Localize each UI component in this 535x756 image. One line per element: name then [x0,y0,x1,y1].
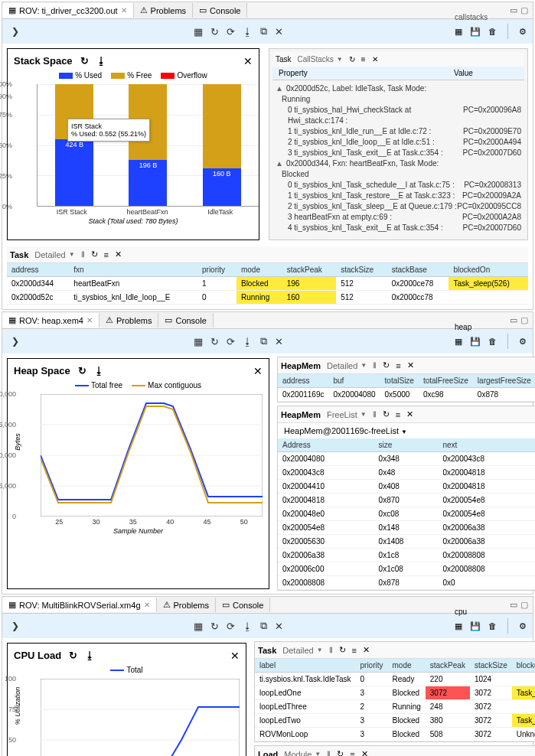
close-icon[interactable]: ✕ [86,316,93,324]
col-header[interactable]: stackSize [470,659,512,673]
table-row[interactable]: 0x2000d344heartBeatFxn1Blocked1965120x20… [7,277,528,291]
dashboard-icon[interactable]: ▦ [194,336,203,347]
menu-icon[interactable]: ≡ [396,361,400,370]
refresh-icon[interactable]: ↻ [349,55,355,64]
tree-row[interactable]: 2 ti_sysbios_knl_Task_sleep__E at Queue.… [276,201,521,212]
col-header[interactable]: mode [237,263,282,277]
table-row[interactable]: 0x200056300x14080x20006a38In Use [278,535,535,549]
dropdown[interactable]: CallStacks ▼ [298,55,343,64]
tree-row[interactable]: ▲0x2000d52c, Label: IdleTask, Task Mode: [276,83,521,94]
columns-icon[interactable]: ⦀ [373,409,377,419]
tree-row[interactable]: 1 ti_sysbios_knl_Task_restore__E at Task… [276,191,521,201]
refresh-icon[interactable]: ↻ [210,336,219,347]
close-icon[interactable]: ✕ [115,249,122,259]
save-icon[interactable]: 💾 [470,621,481,631]
grid-icon[interactable]: ▦ [455,27,462,37]
trash-icon[interactable]: 🗑 [488,27,497,36]
col-header[interactable]: next [438,438,534,452]
download-icon[interactable]: ⭳ [94,365,104,376]
columns-icon[interactable]: ⦀ [81,249,85,259]
table-row[interactable]: 0x20006a380x1c80x20008808Free [278,549,535,562]
col-header[interactable]: totalFreeSize [419,374,473,388]
close-icon[interactable]: ✕ [363,645,370,655]
col-header[interactable]: blockedOn [512,659,535,673]
minimize-icon[interactable]: ▭ [510,315,517,325]
chevron-down-icon[interactable]: ▼ [401,429,407,435]
tab-1b[interactable]: ⚠ Problems [134,3,193,18]
col-header[interactable]: stackSize [336,263,387,277]
tab-2a[interactable]: ▦ ROV: heap.xem4 ✕ [2,313,99,327]
download-icon[interactable]: ⭳ [85,650,95,661]
close-icon[interactable]: ✕ [407,360,414,370]
copy-icon[interactable]: ⧉ [260,620,267,632]
col-header[interactable]: totalSize [380,374,419,388]
gear-icon[interactable]: ⚙ [519,27,527,37]
tab-3c[interactable]: ▭ Console [216,598,270,612]
tree-row[interactable]: Running [276,94,521,105]
col-header[interactable]: buf [329,374,380,388]
refresh-icon[interactable]: ↻ [210,621,219,632]
download-icon[interactable]: ⭳ [243,26,253,37]
chevron-icon[interactable]: ❯ [8,621,22,631]
dropdown[interactable]: Detailed ▼ [34,250,74,259]
refresh-icon[interactable]: ↻ [210,26,219,37]
refresh-icon[interactable]: ↻ [383,360,390,370]
menu-icon[interactable]: ≡ [352,646,357,655]
dropdown[interactable]: Detailed ▼ [327,361,367,370]
minimize-icon[interactable]: ▭ [510,5,517,15]
col-header[interactable]: fxn [69,263,197,277]
grid-icon[interactable]: ▦ [455,621,462,631]
menu-icon[interactable]: ≡ [361,55,366,64]
close-icon[interactable]: ✕ [372,55,378,64]
bar-group[interactable]: 424 B [47,84,101,206]
grid-icon[interactable]: ▦ [455,337,462,347]
col-header[interactable]: mode [388,659,426,673]
minimize-icon[interactable]: ▭ [510,600,517,610]
tab-2b[interactable]: ⚠ Problems [99,313,158,327]
maximize-icon[interactable]: ▢ [520,315,528,325]
maximize-icon[interactable]: ▢ [520,600,528,610]
dashboard-icon[interactable]: ▦ [194,26,203,37]
refresh-icon[interactable]: ↻ [91,249,98,259]
tree-row[interactable]: 4 ti_sysbios_knl_Task_exit__E at Task.c:… [276,223,521,233]
close-icon[interactable]: ✕ [230,650,240,662]
col-header[interactable]: priority [197,263,237,277]
close-icon[interactable]: ✕ [144,601,150,609]
table-row[interactable]: 0x200040800x3480x200043c8In Use [278,452,535,466]
refresh-icon[interactable]: ↻ [78,365,86,376]
col-header[interactable]: address [278,374,329,388]
dashboard-icon[interactable]: ▦ [194,621,203,632]
col-header[interactable]: label [255,659,356,673]
table-row[interactable]: loopLedOne3Blocked30723072Task_sleep(429… [255,686,535,700]
table-row[interactable]: 0x2001169c0x200040800x50000xc980x8788 [278,388,535,402]
col-header[interactable]: blockedOn [449,263,528,277]
gear-icon[interactable]: ⚙ [519,337,527,347]
table-row[interactable]: 0x20006c000x1c080x20008808In Use [278,562,535,576]
col-header[interactable]: stackBase [387,263,449,277]
table-row[interactable]: loopLedTwo3Blocked3803072Task_sleep(494) [255,714,535,728]
close-icon[interactable]: ✕ [253,365,263,377]
tree-row[interactable]: ▲0x2000d344, Fxn: heartBeatFxn, Task Mod… [276,158,521,169]
dropdown[interactable]: Module ▼ [284,750,321,757]
col-header[interactable]: priority [356,659,388,673]
chevron-icon[interactable]: ❯ [8,336,22,347]
table-row[interactable]: ROVMonLoop3Blocked5083072Unknown [255,728,535,741]
gear-icon[interactable]: ⚙ [519,621,527,631]
refresh-icon[interactable]: ↻ [339,645,346,655]
col-header[interactable]: size [374,438,439,452]
copy-icon[interactable]: ⧉ [260,25,267,37]
tree-row[interactable]: Blocked [276,169,521,180]
col-header[interactable]: address [7,263,69,277]
sync-icon[interactable]: ⟳ [227,26,235,37]
bar-group[interactable]: 160 B [195,84,249,206]
save-icon[interactable]: 💾 [470,27,481,37]
download-icon[interactable]: ⭳ [96,55,106,67]
table-row[interactable]: loopLedThree2Running2483072 [255,700,535,714]
col-header[interactable]: stackPeak [282,263,337,277]
table-row[interactable]: 0x200043c80x480x20004818Free [278,466,535,480]
close-icon[interactable]: ✕ [406,409,413,419]
chevron-icon[interactable]: ❯ [8,26,22,37]
tree-row[interactable]: 0 ti_sysbios_hal_Hwi_checkStack at Hwi_s… [276,105,521,126]
sync-icon[interactable]: ⟳ [227,336,235,347]
table-row[interactable]: 0x200048180x8700x200054e8Free [278,494,535,507]
